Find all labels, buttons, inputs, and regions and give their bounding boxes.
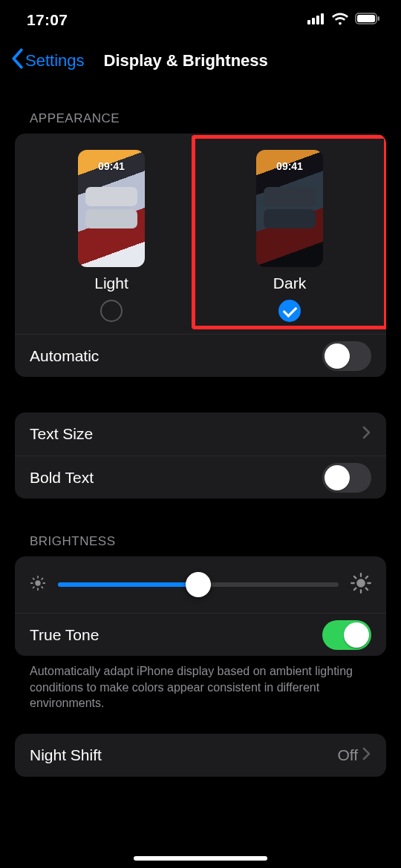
chevron-right-icon xyxy=(362,426,371,442)
bold-text-label: Bold Text xyxy=(30,469,322,487)
sun-low-icon xyxy=(30,575,46,594)
text-card: Text Size Bold Text xyxy=(15,412,386,499)
svg-rect-3 xyxy=(321,13,324,24)
battery-icon xyxy=(355,13,380,27)
section-header-appearance: APPEARANCE xyxy=(15,111,386,126)
svg-line-23 xyxy=(354,588,356,590)
row-brightness-slider xyxy=(15,556,386,613)
section-night-shift: Night Shift Off xyxy=(0,734,401,777)
section-text: Text Size Bold Text xyxy=(0,412,401,499)
svg-line-13 xyxy=(42,587,42,588)
status-bar: 17:07 xyxy=(0,0,401,40)
svg-line-21 xyxy=(354,576,356,578)
dark-mode-thumbnail: 09:41 xyxy=(256,150,323,267)
night-shift-value: Off xyxy=(337,746,358,764)
light-mode-thumbnail: 09:41 xyxy=(78,150,145,267)
chevron-left-icon xyxy=(10,48,25,73)
page-title: Display & Brightness xyxy=(85,51,391,70)
nav-header: Settings Display & Brightness xyxy=(0,40,401,82)
true-tone-toggle[interactable] xyxy=(322,620,371,650)
svg-line-14 xyxy=(33,587,34,588)
appearance-picker: 09:41 Light 09:41 Dark xyxy=(15,134,386,334)
row-true-tone: True Tone xyxy=(15,613,386,656)
true-tone-footer: Automatically adapt iPhone display based… xyxy=(15,656,386,711)
svg-rect-0 xyxy=(307,20,310,24)
back-label: Settings xyxy=(25,51,85,70)
true-tone-label: True Tone xyxy=(30,626,322,644)
home-indicator[interactable] xyxy=(134,856,267,861)
row-bold-text: Bold Text xyxy=(15,456,386,499)
back-button[interactable]: Settings xyxy=(10,48,85,73)
thumbnail-time: 09:41 xyxy=(78,160,145,172)
section-appearance: APPEARANCE 09:41 Light 09:41 Dark xyxy=(0,111,401,377)
brightness-card: True Tone xyxy=(15,556,386,656)
dark-mode-radio[interactable] xyxy=(278,300,301,322)
sun-high-icon xyxy=(351,573,371,596)
brightness-slider[interactable] xyxy=(58,582,339,587)
svg-rect-2 xyxy=(316,16,319,24)
svg-line-15 xyxy=(42,579,42,579)
svg-point-7 xyxy=(35,580,40,585)
bold-text-toggle[interactable] xyxy=(322,463,371,493)
chevron-right-icon xyxy=(362,747,371,763)
automatic-toggle[interactable] xyxy=(322,341,371,371)
svg-rect-1 xyxy=(312,18,315,24)
light-mode-radio[interactable] xyxy=(100,300,123,322)
status-icons xyxy=(307,12,380,28)
night-shift-label: Night Shift xyxy=(30,746,337,764)
appearance-mode-dark[interactable]: 09:41 Dark xyxy=(200,150,379,322)
night-shift-card: Night Shift Off xyxy=(15,734,386,777)
svg-line-12 xyxy=(33,579,34,579)
light-mode-label: Light xyxy=(94,274,128,292)
appearance-card: 09:41 Light 09:41 Dark Automatic xyxy=(15,134,386,377)
section-brightness: BRIGHTNESS True Tone Automatically adapt… xyxy=(0,534,401,711)
status-time: 17:07 xyxy=(27,11,68,29)
dark-mode-label: Dark xyxy=(273,274,306,292)
svg-line-22 xyxy=(366,588,368,590)
svg-line-24 xyxy=(366,576,368,578)
row-text-size[interactable]: Text Size xyxy=(15,412,386,456)
row-automatic: Automatic xyxy=(15,334,386,377)
thumbnail-time: 09:41 xyxy=(256,160,323,172)
svg-rect-6 xyxy=(378,16,380,21)
appearance-mode-light[interactable]: 09:41 Light xyxy=(22,150,200,322)
cellular-icon xyxy=(307,13,325,27)
slider-thumb[interactable] xyxy=(186,572,211,597)
text-size-label: Text Size xyxy=(30,425,362,443)
svg-rect-5 xyxy=(357,15,375,22)
svg-point-16 xyxy=(356,579,365,588)
section-header-brightness: BRIGHTNESS xyxy=(15,534,386,549)
automatic-label: Automatic xyxy=(30,347,322,365)
row-night-shift[interactable]: Night Shift Off xyxy=(15,734,386,777)
wifi-icon xyxy=(331,12,349,28)
